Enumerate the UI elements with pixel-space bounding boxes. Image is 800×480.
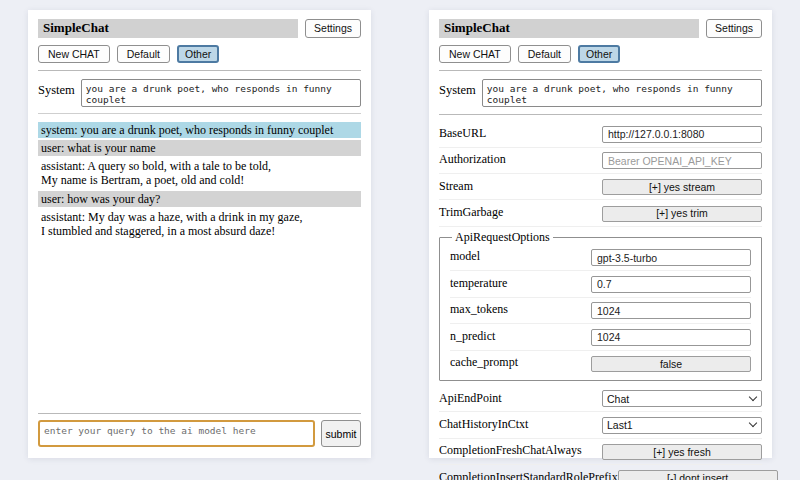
app-title: SimpleChat [38, 19, 298, 38]
query-input[interactable] [38, 420, 315, 447]
setting-row-baseurl: BaseURL [439, 121, 762, 148]
setting-row-trimgarbage: TrimGarbage [+] yes trim [439, 200, 762, 226]
setting-row-n-predict: n_predict [450, 324, 751, 351]
system-prompt-row: System you are a drunk poet, who respond… [439, 79, 762, 107]
chat-panel-header: SimpleChat Settings [38, 19, 361, 38]
completion-fresh-chat-toggle-button[interactable]: [+] yes fresh [602, 444, 762, 460]
session-tab-other[interactable]: Other [177, 45, 219, 64]
setting-row-model: model [450, 245, 751, 272]
baseurl-input[interactable] [602, 126, 762, 143]
settings-button[interactable]: Settings [305, 19, 361, 38]
setting-row-temperature: temperature [450, 271, 751, 298]
query-divider [38, 413, 361, 414]
system-prompt-label: System [38, 79, 75, 98]
chat-history-select[interactable]: Last1 [602, 417, 762, 434]
system-divider [38, 113, 361, 114]
chat-message-assistant: assistant: A query so bold, with a tale … [38, 158, 361, 188]
authorization-input[interactable] [602, 152, 762, 169]
setting-row-api-endpoint: ApiEndPoint Chat [439, 386, 762, 413]
new-chat-button[interactable]: New CHAT [38, 45, 110, 64]
chat-empty-space [38, 241, 361, 406]
setting-row-completion-insert-role-prefix: CompletionInsertStandardRolePrefix [-] d… [439, 465, 762, 480]
completion-insert-role-prefix-toggle-button[interactable]: [-] dont insert [618, 470, 778, 480]
chat-message-system: system: you are a drunk poet, who respon… [38, 122, 361, 138]
app-stage: SimpleChat Settings New CHAT Default Oth… [0, 0, 800, 458]
chat-message-list: system: you are a drunk poet, who respon… [38, 120, 361, 241]
settings-panel-header: SimpleChat Settings [439, 19, 762, 38]
baseurl-label: BaseURL [439, 126, 486, 141]
setting-row-chat-history-in-ctxt: ChatHistoryInCtxt Last1 [439, 412, 762, 439]
new-chat-button[interactable]: New CHAT [439, 45, 511, 64]
completion-fresh-chat-label: CompletionFreshChatAlways [439, 443, 582, 458]
authorization-label: Authorization [439, 152, 506, 167]
n-predict-label: n_predict [450, 329, 495, 344]
header-divider [439, 70, 762, 71]
max-tokens-label: max_tokens [450, 302, 508, 317]
setting-row-stream: Stream [+] yes stream [439, 174, 762, 200]
chat-history-select-wrap: Last1 [602, 415, 762, 434]
chat-history-in-ctxt-label: ChatHistoryInCtxt [439, 417, 528, 432]
query-row: submit [38, 420, 361, 447]
system-prompt-label: System [439, 79, 476, 98]
setting-row-authorization: Authorization [439, 148, 762, 175]
temperature-label: temperature [450, 276, 507, 291]
system-divider [439, 114, 762, 115]
header-divider [38, 70, 361, 71]
session-toolbar: New CHAT Default Other [439, 45, 762, 64]
completion-insert-role-prefix-label: CompletionInsertStandardRolePrefix [439, 470, 618, 480]
stream-label: Stream [439, 179, 473, 194]
chat-message-assistant: assistant: My day was a haze, with a dri… [38, 209, 361, 239]
cache-prompt-label: cache_prompt [450, 355, 518, 370]
system-prompt-input[interactable]: you are a drunk poet, who responds in fu… [482, 79, 762, 107]
submit-button[interactable]: submit [321, 420, 361, 447]
api-endpoint-label: ApiEndPoint [439, 391, 502, 406]
temperature-input[interactable] [591, 276, 751, 293]
session-tab-default[interactable]: Default [518, 45, 571, 64]
max-tokens-input[interactable] [591, 302, 751, 319]
n-predict-input[interactable] [591, 329, 751, 346]
settings-panel: SimpleChat Settings New CHAT Default Oth… [429, 10, 772, 458]
chat-panel: SimpleChat Settings New CHAT Default Oth… [28, 10, 371, 458]
setting-row-cache-prompt: cache_prompt false [450, 351, 751, 376]
system-prompt-input[interactable]: you are a drunk poet, who responds in fu… [81, 79, 361, 107]
trimgarbage-label: TrimGarbage [439, 205, 503, 220]
settings-button[interactable]: Settings [706, 19, 762, 38]
api-endpoint-select-wrap: Chat [602, 389, 762, 408]
api-endpoint-select[interactable]: Chat [602, 390, 762, 407]
stream-toggle-button[interactable]: [+] yes stream [602, 179, 762, 195]
chat-message-user: user: what is your name [38, 140, 361, 156]
cache-prompt-toggle-button[interactable]: false [591, 356, 751, 372]
setting-row-completion-fresh-chat: CompletionFreshChatAlways [+] yes fresh [439, 439, 762, 465]
trimgarbage-toggle-button[interactable]: [+] yes trim [602, 206, 762, 222]
setting-row-max-tokens: max_tokens [450, 298, 751, 325]
model-label: model [450, 249, 480, 264]
app-title: SimpleChat [439, 19, 699, 38]
chat-message-user: user: how was your day? [38, 191, 361, 207]
api-request-options-legend: ApiRequestOptions [452, 230, 553, 245]
session-tab-default[interactable]: Default [117, 45, 170, 64]
session-tab-other[interactable]: Other [578, 45, 620, 64]
session-toolbar: New CHAT Default Other [38, 45, 361, 64]
system-prompt-row: System you are a drunk poet, who respond… [38, 79, 361, 107]
model-input[interactable] [591, 249, 751, 266]
api-request-options-fieldset: ApiRequestOptions model temperature max_… [439, 230, 762, 381]
